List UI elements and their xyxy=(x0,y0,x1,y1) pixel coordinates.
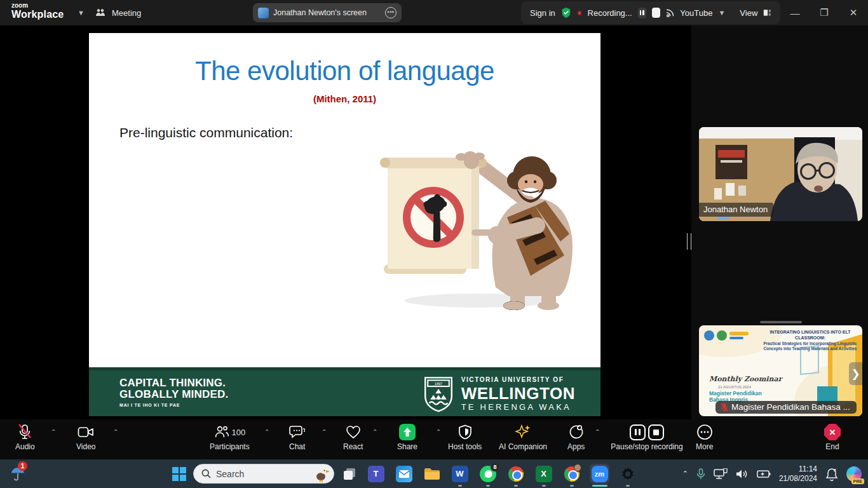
settings-app-icon[interactable] xyxy=(619,465,636,482)
video-options-chevron[interactable]: ⌃ xyxy=(113,428,118,435)
participants-options-chevron[interactable]: ⌃ xyxy=(264,428,269,435)
share-screen-icon xyxy=(399,424,416,440)
svg-text:1897: 1897 xyxy=(434,382,442,386)
task-view-icon[interactable] xyxy=(341,465,358,482)
share-options-chevron[interactable]: ⌃ xyxy=(436,428,441,435)
participant-name-tag: Jonathan Newton xyxy=(699,203,773,217)
search-input[interactable]: Search xyxy=(193,464,334,484)
tab-meeting[interactable]: Meeting xyxy=(95,0,141,25)
svg-text:z: z xyxy=(834,467,836,473)
security-shield-icon[interactable] xyxy=(561,6,571,20)
tray-mic-icon[interactable] xyxy=(696,468,705,480)
mail-app-icon[interactable] xyxy=(395,465,412,482)
tray-expand-chevron[interactable]: ⌃ xyxy=(682,470,688,478)
apps-button[interactable]: Apps xyxy=(567,424,585,451)
chat-bubble-icon xyxy=(289,424,305,440)
running-indicator xyxy=(486,485,490,487)
muted-mic-icon xyxy=(721,403,728,412)
notification-bell-icon[interactable]: z xyxy=(825,467,838,481)
copilot-pre-badge: PRE xyxy=(851,478,864,484)
audio-options-chevron[interactable]: ⌃ xyxy=(51,428,56,435)
slide-citation: (Mithen, 2011) xyxy=(89,93,600,104)
participant-name-label: Magister Pendidikan Bahasa ... xyxy=(731,402,850,412)
cast-display-icon[interactable] xyxy=(714,468,728,480)
banner-tagline-3: MAI I TE IHO KI TE PAE xyxy=(119,403,228,407)
participant-name-label: Jonathan Newton xyxy=(703,205,768,214)
slide-title: The evolution of language xyxy=(89,56,600,86)
recording-indicator-icon xyxy=(577,10,582,16)
excel-app-icon[interactable]: X xyxy=(535,465,552,482)
host-tools-button[interactable]: Host tools xyxy=(448,424,482,451)
chrome-profile-app-icon[interactable] xyxy=(563,465,580,482)
meeting-tab-label: Meeting xyxy=(112,8,141,18)
volume-icon[interactable] xyxy=(736,469,749,479)
word-app-icon[interactable]: W xyxy=(451,465,468,482)
maximize-button[interactable]: ❐ xyxy=(810,0,839,25)
running-indicator xyxy=(514,485,518,487)
react-options-chevron[interactable]: ⌃ xyxy=(372,428,377,435)
end-button[interactable]: ✕ End xyxy=(824,424,841,451)
close-button[interactable]: ✕ xyxy=(839,0,868,25)
more-button[interactable]: More xyxy=(696,424,713,451)
start-button[interactable] xyxy=(170,465,187,482)
chevron-down-icon[interactable]: ▼ xyxy=(78,9,85,17)
participant-name-tag: Magister Pendidikan Bahasa ... xyxy=(715,401,857,414)
file-explorer-icon[interactable] xyxy=(423,465,440,482)
share-button[interactable]: Share xyxy=(397,424,417,451)
view-layout-icon[interactable] xyxy=(763,8,771,17)
video-button[interactable]: Video xyxy=(76,424,95,451)
video-label: Video xyxy=(76,442,95,451)
apps-options-chevron[interactable]: ⌃ xyxy=(595,428,600,435)
participant-video-jonathan-newton[interactable]: Jonathan Newton xyxy=(699,127,862,221)
active-app-indicator xyxy=(592,485,607,487)
ai-companion-button[interactable]: AI Companion xyxy=(499,424,547,451)
university-shield-logo: 1897 xyxy=(423,376,454,412)
pause-recording-icon[interactable] xyxy=(630,424,646,440)
brand-top-label: zoom xyxy=(11,3,64,9)
participant-video-magister[interactable]: INTEGRATING LINGUISTICS INTO ELT CLASSRO… xyxy=(699,325,862,416)
participants-button[interactable]: 100 Participants xyxy=(210,424,250,451)
chat-options-chevron[interactable]: ⌃ xyxy=(322,428,327,435)
university-name-line2: WELLINGTON xyxy=(461,385,575,402)
shared-screen-pill[interactable]: Jonathan Newton's screen ••• xyxy=(253,3,402,22)
search-highlight-bird-icon[interactable] xyxy=(313,466,330,482)
windows-taskbar: 1 Search T W 8 X xyxy=(0,459,868,488)
minimize-button[interactable]: — xyxy=(780,0,810,25)
video-strip-drag-handle[interactable] xyxy=(760,321,802,323)
zoom-workplace-logo: zoom Workplace xyxy=(11,3,64,20)
clock[interactable]: 11:14 21/08/2024 xyxy=(779,464,817,484)
shield-icon xyxy=(458,424,472,440)
university-name-line3: TE HERENGA WAKA xyxy=(461,403,575,411)
caveman-illustration xyxy=(375,140,585,311)
next-videos-arrow[interactable]: ❯ xyxy=(849,362,862,385)
pause-recording-button[interactable] xyxy=(638,8,646,18)
audio-button[interactable]: Audio xyxy=(15,424,35,451)
tray-time: 11:14 xyxy=(779,464,817,474)
battery-icon[interactable] xyxy=(757,470,771,478)
pause-stop-recording-button[interactable]: Pause/stop recording xyxy=(602,424,691,451)
chevron-down-icon[interactable]: ▼ xyxy=(718,9,725,17)
sign-in-button[interactable]: Sign in xyxy=(530,8,555,18)
react-label: React xyxy=(343,442,363,451)
react-button[interactable]: React xyxy=(343,424,363,451)
window-titlebar: zoom Workplace ▼ Meeting Jonathan Newton… xyxy=(0,0,868,25)
banner-tagline-1: CAPITAL THINKING. xyxy=(119,377,228,389)
teams-app-icon[interactable]: T xyxy=(367,465,384,482)
apps-icon xyxy=(569,424,584,440)
more-options-icon[interactable]: ••• xyxy=(385,7,397,18)
video-indicator-bar xyxy=(718,217,729,220)
youtube-stream-label[interactable]: YouTube xyxy=(680,8,712,18)
chat-label: Chat xyxy=(289,442,305,451)
copilot-icon[interactable]: PRE xyxy=(846,466,862,482)
view-button[interactable]: View xyxy=(740,8,757,18)
chrome-app-icon[interactable] xyxy=(507,465,524,482)
running-indicator xyxy=(458,485,462,487)
stop-recording-button[interactable] xyxy=(652,8,660,18)
slide-body-text: Pre-linguistic communication: xyxy=(119,125,293,140)
chat-button[interactable]: Chat xyxy=(289,424,305,451)
participants-icon xyxy=(214,424,229,440)
stop-recording-icon[interactable] xyxy=(648,424,664,440)
panel-resize-handle[interactable] xyxy=(687,233,691,250)
zoom-app-icon[interactable]: zm xyxy=(590,464,609,484)
screen-share-icon xyxy=(258,8,269,18)
